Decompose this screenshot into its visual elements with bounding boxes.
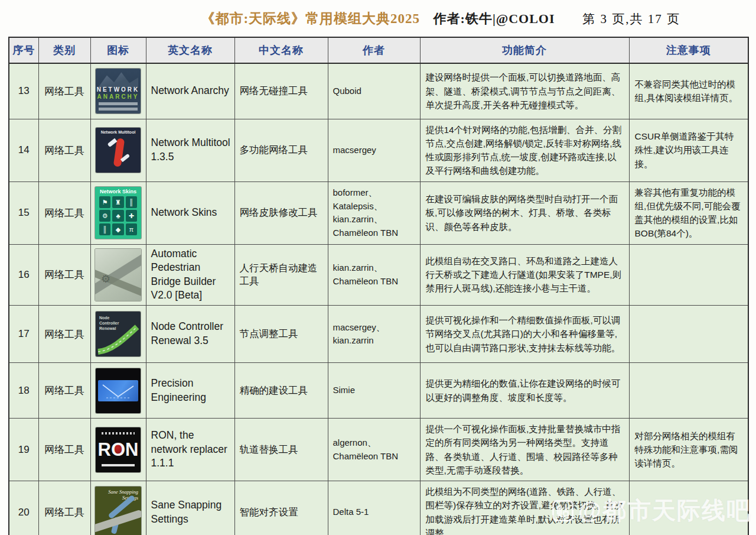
- row-no: 15: [9, 181, 38, 244]
- road-stripe: [99, 102, 138, 105]
- ron-icon: RON: [96, 427, 141, 472]
- col-header-desc: 功能简介: [420, 37, 629, 63]
- mod-name-zh: 精确的建设工具: [234, 363, 328, 419]
- network-multitool-icon: Network Multitool: [96, 128, 141, 173]
- mod-author: macsergey、kian.zarrin: [328, 306, 420, 363]
- mod-name-zh: 多功能网络工具: [234, 119, 328, 181]
- node-controller-icon: Node Controller Renewal: [96, 312, 141, 356]
- mod-name-zh: 人行天桥自动建造工具: [234, 244, 328, 306]
- mod-desc: 此模组自动在交叉路口、环岛和道路之上建造人行天桥或之下建造人行隧道(如果安装了T…: [420, 244, 629, 306]
- mod-name-en: Network Skins: [146, 181, 234, 244]
- author-credit: 作者:铁牛|@COLOI: [434, 11, 555, 26]
- tile-glyph: ║: [126, 196, 137, 208]
- mod-name-zh: 轨道替换工具: [234, 419, 328, 481]
- row-no: 16: [9, 244, 38, 306]
- mod-name-zh: 智能对齐设置: [234, 481, 328, 535]
- precision-engineering-icon: [96, 368, 141, 413]
- tile-glyph: ⚙: [99, 210, 110, 222]
- row-category: 网络工具: [38, 481, 90, 535]
- tile-glyph: ║: [99, 223, 110, 235]
- tile-glyph: ◆: [112, 223, 123, 235]
- mod-name-en: Automatic Pedestrian Bridge Builder V2.0…: [146, 244, 234, 306]
- mod-desc: 提供一个可视化操作面板,支持批量替换城市中指定的所有同类网络为另一种网络类型。支…: [420, 419, 629, 481]
- mod-name-en: Sane Snapping Settings: [146, 481, 234, 535]
- mod-author: Simie: [328, 363, 420, 419]
- icon-text: ANARCHY: [96, 93, 141, 100]
- network-anarchy-icon: NETWORK ANARCHY: [96, 69, 141, 114]
- col-header-name-zh: 中文名称: [234, 37, 328, 63]
- road-stripe: [99, 108, 138, 111]
- row-no: 19: [9, 419, 38, 481]
- tile-glyph: ✚: [126, 210, 137, 222]
- skins-icon-grid: ⚑ ♜ ║ ⚙ ♣ ✚ ║ ◆ π: [99, 196, 137, 235]
- tick-strip: [102, 432, 135, 435]
- mod-note: 不兼容同类其他过时的模组,具体阅读模组详情页。: [629, 63, 748, 119]
- mod-desc: 提供14个针对网络的功能,包括增删、合并、分割节点,交点创建,网络解锁/锁定,反…: [420, 119, 629, 181]
- col-header-author: 作者: [328, 37, 420, 63]
- mountain-graphic: [98, 72, 138, 87]
- icon-text: RON: [98, 439, 139, 461]
- icon-text: Network Skins: [95, 189, 141, 194]
- gear-icon: ⚙: [101, 273, 110, 285]
- table-row: 15 网络工具 Network Skins ⚑ ♜ ║ ⚙ ♣ ✚ ║: [9, 181, 748, 244]
- mod-author: boformer、Katalepsis、kian.zarrin、Chamëleo…: [328, 181, 420, 244]
- icon-text: Node Controller Renewal: [99, 315, 130, 331]
- table-row: 14 网络工具 Network Multitool Network Multit…: [9, 119, 748, 181]
- mod-name-zh: 网络无碰撞工具: [234, 63, 328, 119]
- row-no: 17: [9, 306, 38, 363]
- mod-note: [629, 363, 748, 419]
- angle-lines-graphic: [98, 380, 138, 401]
- mod-note: 对部分网络相关的模组有特殊功能和注意事项,需阅读详情页。: [629, 419, 748, 481]
- tile-glyph: π: [126, 223, 137, 235]
- mod-desc: 建设网络时提供一个面板,可以切换道路地面、高架、隧道、桥梁模式,调节节点与节点之…: [420, 63, 629, 119]
- mod-name-zh: 网络皮肤修改工具: [234, 181, 328, 244]
- col-header-icon: 图标: [90, 37, 146, 63]
- row-no: 18: [9, 363, 38, 419]
- mod-name-en: RON, the network replacer 1.1.1: [146, 419, 234, 481]
- row-no: 13: [9, 63, 38, 119]
- mod-author: Delta 5-1: [328, 481, 420, 535]
- table-row: 20 网络工具 Sane Snapping Settings Sane Snap…: [9, 481, 748, 535]
- mod-note: CSUR单侧道路鉴于其特殊性,建议均用该工具连接。: [629, 119, 748, 181]
- row-category: 网络工具: [38, 306, 90, 363]
- page-number: 第 3 页,共 17 页: [582, 11, 680, 27]
- mod-table: 序号 类别 图标 英文名称 中文名称 作者 功能简介 注意事项 13 网络工具 …: [8, 37, 749, 535]
- table-row: 13 网络工具 NETWORK ANARCHY Network Anarchy …: [9, 63, 748, 119]
- document-header: 《都市:天际线》常用模组大典2025 作者:铁牛|@COLOI 第 3 页,共 …: [0, 9, 756, 31]
- mod-note: 兼容其他有重复功能的模组,但优先级不同,可能会覆盖其他的模组的设置,比如BOB(…: [629, 181, 748, 244]
- mod-name-en: Network Multitool 1.3.5: [146, 119, 234, 181]
- row-no: 14: [9, 119, 38, 181]
- table-row: 19 网络工具 RON RON, the network replacer 1.…: [9, 419, 748, 481]
- mod-note: [629, 306, 748, 363]
- col-header-name-en: 英文名称: [146, 37, 234, 63]
- row-category: 网络工具: [38, 363, 90, 419]
- table-row: 18 网络工具 Precision Engineering 精确的建设工具 Si…: [9, 363, 748, 419]
- mod-desc: 在建设可编辑皮肤的网络类型时自动打开一个面板,可以修改网络的树木、灯具、桥墩、各…: [420, 181, 629, 244]
- mod-desc: 此模组为不同类型的网络(道路、铁路、人行道、围栏等)保存独立的对齐设置,避免频繁…: [420, 481, 629, 535]
- page-title: 《都市:天际线》常用模组大典2025: [201, 11, 420, 26]
- network-skins-icon: Network Skins ⚑ ♜ ║ ⚙ ♣ ✚ ║ ◆ π: [95, 187, 141, 239]
- mod-author: macsergey: [328, 119, 420, 181]
- row-category: 网络工具: [38, 119, 90, 181]
- table-row: 16 网络工具 ⚙ Automatic Pedestrian Bridge Bu…: [9, 244, 748, 306]
- row-no: 20: [9, 481, 38, 535]
- mod-name-en: Node Controller Renewal 3.5: [146, 306, 234, 363]
- row-category: 网络工具: [38, 63, 90, 119]
- table-row: 17 网络工具 Node Controller Renewal Node Con…: [9, 306, 748, 363]
- mod-name-en: Precision Engineering: [146, 363, 234, 419]
- col-header-category: 类别: [38, 37, 90, 63]
- table-header-row: 序号 类别 图标 英文名称 中文名称 作者 功能简介 注意事项: [9, 37, 748, 63]
- col-header-no: 序号: [9, 37, 38, 63]
- col-header-note: 注意事项: [629, 37, 748, 63]
- mod-note: [629, 481, 748, 535]
- icon-text: Network Multitool: [96, 130, 141, 134]
- row-category: 网络工具: [38, 419, 90, 481]
- mod-author: kian.zarrin、Chamëleon TBN: [328, 244, 420, 306]
- sane-snapping-icon: Sane Snapping Settings: [95, 487, 141, 535]
- mod-author: Quboid: [328, 63, 420, 119]
- mod-desc: 提供可视化操作和一个精细数值操作面板,可以调节网络交叉点(尤其路口)的大小和各种…: [420, 306, 629, 363]
- mod-name-en: Network Anarchy: [146, 63, 234, 119]
- row-category: 网络工具: [38, 244, 90, 306]
- tile-glyph: ♣: [112, 210, 123, 222]
- tile-glyph: ♜: [112, 196, 123, 208]
